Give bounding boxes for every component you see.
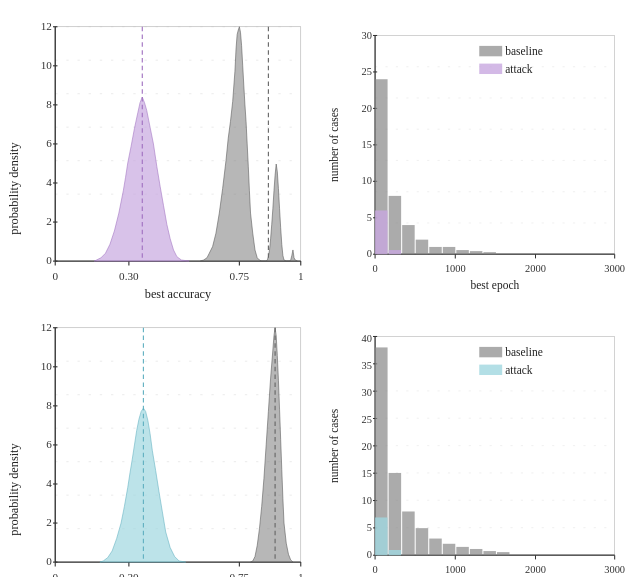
baseline-bar-8	[483, 252, 496, 254]
chart-top-left: 0 2 4 6 8 10 12 0 0.30 0.75 1	[5, 10, 318, 306]
tr-y-5: 5	[366, 212, 371, 223]
legend-attack-label-tr: attack	[505, 63, 533, 75]
legend-baseline-label-br: baseline	[505, 346, 542, 358]
y-tick-12: 12	[41, 20, 52, 32]
br-baseline-bar-6	[456, 547, 469, 555]
baseline-bar-3	[415, 240, 428, 255]
x-tick-030: 0.30	[119, 270, 139, 282]
br-y-0: 0	[366, 549, 371, 560]
x-axis-label-tr: best epoch	[470, 279, 519, 292]
chart-bottom-left: 0 2 4 6 8 10 12 0 0.30 0.75 1 p	[5, 311, 318, 577]
y-axis-label-bl: probability density	[7, 442, 21, 535]
br-baseline-bar-7	[469, 549, 482, 555]
legend-attack-label-br: attack	[505, 364, 533, 376]
tr-y-10: 10	[361, 175, 371, 186]
x-tick-075: 0.75	[230, 270, 250, 282]
y-tick-10: 10	[41, 59, 53, 71]
br-baseline-bar-8	[483, 551, 496, 555]
baseline-bar-1	[388, 196, 401, 254]
br-baseline-bar-5	[442, 544, 455, 555]
tr-x-2000: 2000	[525, 263, 546, 274]
attack-bar-1	[388, 250, 401, 254]
y-tick-2: 2	[46, 215, 52, 227]
y-axis-label-tr: number of cases	[327, 107, 339, 182]
legend-baseline-swatch-tr	[479, 46, 502, 56]
bl-y-6: 6	[46, 438, 52, 450]
bl-x-0: 0	[52, 571, 58, 577]
legend-baseline-label-tr: baseline	[505, 45, 542, 57]
chart-bottom-right: 0 5 10 15 20 25 30 35 40 0 1000 2000 300…	[323, 311, 636, 577]
svg-top-left: 0 2 4 6 8 10 12 0 0.30 0.75 1	[5, 10, 318, 306]
y-axis-label-br: number of cases	[327, 408, 339, 483]
tr-y-30: 30	[361, 30, 371, 41]
br-y-5: 5	[366, 522, 371, 533]
main-grid: 0 2 4 6 8 10 12 0 0.30 0.75 1	[0, 0, 640, 577]
baseline-bar-6	[456, 250, 469, 254]
br-attack-bar-1	[388, 550, 401, 555]
legend-baseline-swatch-br	[479, 347, 502, 357]
y-tick-0: 0	[46, 254, 52, 266]
baseline-bar-4	[429, 247, 442, 254]
y-tick-4: 4	[46, 176, 52, 188]
br-x-3000: 3000	[604, 564, 625, 575]
svg-bottom-right: 0 5 10 15 20 25 30 35 40 0 1000 2000 300…	[323, 311, 636, 577]
br-baseline-bar-2	[402, 511, 415, 555]
bl-x-1: 1	[298, 571, 304, 577]
br-y-15: 15	[361, 468, 371, 479]
legend-attack-swatch-br	[479, 364, 502, 374]
x-tick-1: 1	[298, 270, 304, 282]
tr-x-1000: 1000	[444, 263, 465, 274]
baseline-bar-7	[469, 251, 482, 254]
bl-y-12: 12	[41, 321, 52, 333]
bl-y-4: 4	[46, 477, 52, 489]
br-x-2000: 2000	[525, 564, 546, 575]
tr-y-25: 25	[361, 66, 371, 77]
br-baseline-bar-9	[496, 552, 509, 555]
br-attack-bar-0	[375, 517, 388, 555]
br-y-20: 20	[361, 441, 371, 452]
tr-y-0: 0	[366, 248, 371, 259]
br-x-0: 0	[372, 564, 377, 575]
attack-bar-0	[375, 210, 388, 254]
svg-top-right: 0 5 10 15 20 25 30 0 1000 2000 3000	[323, 10, 636, 306]
svg-rect-1	[55, 27, 301, 261]
br-baseline-bar-1	[388, 473, 401, 555]
baseline-bar-5	[442, 247, 455, 254]
br-baseline-bar-4	[429, 538, 442, 555]
br-y-40: 40	[361, 332, 371, 343]
legend-attack-swatch-tr	[479, 64, 502, 74]
bl-y-2: 2	[46, 516, 52, 528]
tr-x-0: 0	[372, 263, 377, 274]
baseline-bar-2	[402, 225, 415, 254]
x-tick-0: 0	[52, 270, 58, 282]
br-x-1000: 1000	[444, 564, 465, 575]
y-axis-label-tl: probability density	[7, 142, 21, 235]
br-y-30: 30	[361, 387, 371, 398]
bl-y-0: 0	[46, 555, 52, 567]
bl-y-10: 10	[41, 360, 53, 372]
br-y-35: 35	[361, 360, 371, 371]
br-y-25: 25	[361, 414, 371, 425]
tr-x-3000: 3000	[604, 263, 625, 274]
x-axis-label-tl: best accuracy	[145, 287, 212, 301]
bl-x-030: 0.30	[119, 571, 139, 577]
y-tick-6: 6	[46, 137, 52, 149]
bl-y-8: 8	[46, 399, 52, 411]
br-y-10: 10	[361, 495, 371, 506]
y-tick-8: 8	[46, 98, 52, 110]
svg-bottom-left: 0 2 4 6 8 10 12 0 0.30 0.75 1 p	[5, 311, 318, 577]
br-baseline-bar-3	[415, 528, 428, 555]
bl-x-075: 0.75	[230, 571, 250, 577]
chart-top-right: 0 5 10 15 20 25 30 0 1000 2000 3000	[323, 10, 636, 306]
tr-y-15: 15	[361, 139, 371, 150]
tr-y-20: 20	[361, 103, 371, 114]
